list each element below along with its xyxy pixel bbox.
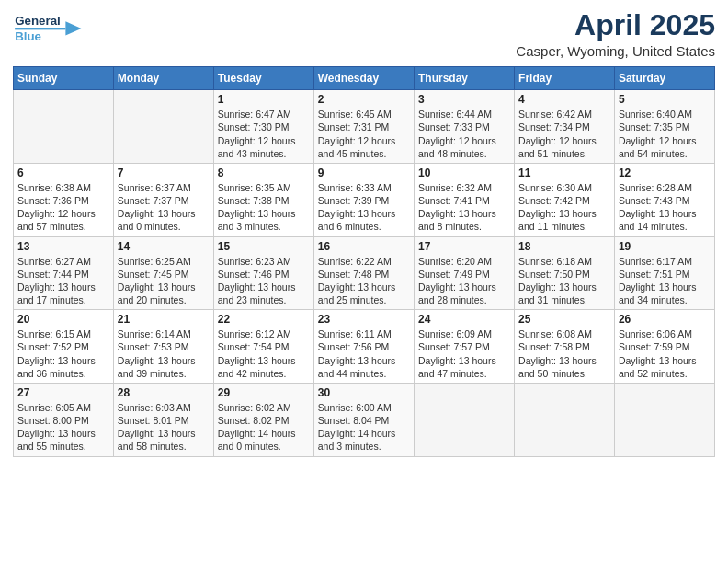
- day-cell: 24Sunrise: 6:09 AM Sunset: 7:57 PM Dayli…: [415, 310, 515, 384]
- day-cell: 13Sunrise: 6:27 AM Sunset: 7:44 PM Dayli…: [14, 236, 114, 310]
- day-cell: [113, 90, 213, 164]
- day-cell: 27Sunrise: 6:05 AM Sunset: 8:00 PM Dayli…: [14, 383, 114, 456]
- day-number: 27: [17, 386, 109, 399]
- day-cell: 20Sunrise: 6:15 AM Sunset: 7:52 PM Dayli…: [14, 310, 114, 384]
- day-info: Sunrise: 6:30 AM Sunset: 7:42 PM Dayligh…: [518, 181, 610, 234]
- day-info: Sunrise: 6:03 AM Sunset: 8:01 PM Dayligh…: [118, 401, 210, 454]
- day-cell: 1Sunrise: 6:47 AM Sunset: 7:30 PM Daylig…: [213, 90, 313, 164]
- day-info: Sunrise: 6:05 AM Sunset: 8:00 PM Dayligh…: [17, 401, 109, 454]
- week-row-5: 27Sunrise: 6:05 AM Sunset: 8:00 PM Dayli…: [14, 383, 715, 456]
- day-info: Sunrise: 6:09 AM Sunset: 7:57 PM Dayligh…: [418, 327, 510, 380]
- month-title: April 2025: [516, 9, 715, 41]
- day-info: Sunrise: 6:45 AM Sunset: 7:31 PM Dayligh…: [318, 108, 410, 160]
- day-info: Sunrise: 6:38 AM Sunset: 7:36 PM Dayligh…: [17, 181, 109, 234]
- day-info: Sunrise: 6:11 AM Sunset: 7:56 PM Dayligh…: [318, 327, 410, 380]
- day-number: 26: [619, 313, 711, 326]
- day-cell: 21Sunrise: 6:14 AM Sunset: 7:53 PM Dayli…: [113, 310, 213, 384]
- day-cell: [415, 383, 515, 456]
- day-info: Sunrise: 6:14 AM Sunset: 7:53 PM Dayligh…: [118, 327, 210, 380]
- day-number: 22: [218, 313, 310, 326]
- day-number: 12: [619, 167, 711, 179]
- day-cell: 3Sunrise: 6:44 AM Sunset: 7:33 PM Daylig…: [415, 90, 515, 164]
- day-cell: 10Sunrise: 6:32 AM Sunset: 7:41 PM Dayli…: [415, 163, 515, 236]
- day-info: Sunrise: 6:35 AM Sunset: 7:38 PM Dayligh…: [218, 181, 310, 234]
- day-number: 23: [318, 313, 410, 326]
- day-number: 9: [318, 167, 410, 179]
- day-number: 17: [418, 240, 510, 253]
- day-info: Sunrise: 6:06 AM Sunset: 7:59 PM Dayligh…: [619, 327, 711, 380]
- day-info: Sunrise: 6:18 AM Sunset: 7:50 PM Dayligh…: [518, 255, 610, 307]
- day-number: 21: [118, 313, 210, 326]
- day-cell: 16Sunrise: 6:22 AM Sunset: 7:48 PM Dayli…: [313, 236, 414, 310]
- day-cell: 14Sunrise: 6:25 AM Sunset: 7:45 PM Dayli…: [113, 236, 213, 310]
- day-cell: 26Sunrise: 6:06 AM Sunset: 7:59 PM Dayli…: [614, 310, 714, 384]
- day-cell: 28Sunrise: 6:03 AM Sunset: 8:01 PM Dayli…: [113, 383, 213, 456]
- day-info: Sunrise: 6:02 AM Sunset: 8:02 PM Dayligh…: [218, 401, 310, 454]
- svg-text:General: General: [15, 14, 61, 28]
- day-info: Sunrise: 6:42 AM Sunset: 7:34 PM Dayligh…: [518, 108, 610, 160]
- day-cell: 4Sunrise: 6:42 AM Sunset: 7:34 PM Daylig…: [515, 90, 615, 164]
- weekday-sunday: Sunday: [14, 67, 114, 90]
- header: General Blue April 2025 Casper, Wyoming,…: [13, 9, 715, 59]
- day-info: Sunrise: 6:28 AM Sunset: 7:43 PM Dayligh…: [619, 181, 711, 234]
- day-cell: 8Sunrise: 6:35 AM Sunset: 7:38 PM Daylig…: [213, 163, 313, 236]
- day-info: Sunrise: 6:25 AM Sunset: 7:45 PM Dayligh…: [118, 255, 210, 307]
- day-cell: 15Sunrise: 6:23 AM Sunset: 7:46 PM Dayli…: [213, 236, 313, 310]
- weekday-header-row: SundayMondayTuesdayWednesdayThursdayFrid…: [14, 67, 715, 90]
- day-cell: 22Sunrise: 6:12 AM Sunset: 7:54 PM Dayli…: [213, 310, 313, 384]
- weekday-saturday: Saturday: [614, 67, 714, 90]
- day-info: Sunrise: 6:15 AM Sunset: 7:52 PM Dayligh…: [17, 327, 109, 380]
- day-cell: 7Sunrise: 6:37 AM Sunset: 7:37 PM Daylig…: [113, 163, 213, 236]
- day-cell: 18Sunrise: 6:18 AM Sunset: 7:50 PM Dayli…: [515, 236, 615, 310]
- day-cell: [14, 90, 114, 164]
- day-cell: 9Sunrise: 6:33 AM Sunset: 7:39 PM Daylig…: [313, 163, 414, 236]
- day-number: 6: [17, 167, 109, 179]
- day-cell: 30Sunrise: 6:00 AM Sunset: 8:04 PM Dayli…: [313, 383, 414, 456]
- day-number: 15: [218, 240, 310, 253]
- day-cell: 19Sunrise: 6:17 AM Sunset: 7:51 PM Dayli…: [614, 236, 714, 310]
- weekday-wednesday: Wednesday: [313, 67, 414, 90]
- day-cell: 6Sunrise: 6:38 AM Sunset: 7:36 PM Daylig…: [14, 163, 114, 236]
- day-number: 25: [518, 313, 610, 326]
- day-number: 28: [118, 386, 210, 399]
- weekday-tuesday: Tuesday: [213, 67, 313, 90]
- week-row-3: 13Sunrise: 6:27 AM Sunset: 7:44 PM Dayli…: [14, 236, 715, 310]
- day-info: Sunrise: 6:08 AM Sunset: 7:58 PM Dayligh…: [518, 327, 610, 380]
- day-info: Sunrise: 6:44 AM Sunset: 7:33 PM Dayligh…: [418, 108, 510, 160]
- day-info: Sunrise: 6:37 AM Sunset: 7:37 PM Dayligh…: [118, 181, 210, 234]
- day-info: Sunrise: 6:40 AM Sunset: 7:35 PM Dayligh…: [619, 108, 711, 160]
- day-number: 11: [518, 167, 610, 179]
- day-number: 19: [619, 240, 711, 253]
- day-info: Sunrise: 6:20 AM Sunset: 7:49 PM Dayligh…: [418, 255, 510, 307]
- day-number: 10: [418, 167, 510, 179]
- day-info: Sunrise: 6:17 AM Sunset: 7:51 PM Dayligh…: [619, 255, 711, 307]
- day-info: Sunrise: 6:12 AM Sunset: 7:54 PM Dayligh…: [218, 327, 310, 380]
- day-number: 18: [518, 240, 610, 253]
- calendar: SundayMondayTuesdayWednesdayThursdayFrid…: [13, 66, 715, 456]
- day-number: 2: [318, 93, 410, 106]
- svg-marker-3: [65, 21, 81, 35]
- weekday-thursday: Thursday: [415, 67, 515, 90]
- day-number: 24: [418, 313, 510, 326]
- day-info: Sunrise: 6:32 AM Sunset: 7:41 PM Dayligh…: [418, 181, 510, 234]
- day-info: Sunrise: 6:33 AM Sunset: 7:39 PM Dayligh…: [318, 181, 410, 234]
- day-cell: 2Sunrise: 6:45 AM Sunset: 7:31 PM Daylig…: [313, 90, 414, 164]
- day-cell: 29Sunrise: 6:02 AM Sunset: 8:02 PM Dayli…: [213, 383, 313, 456]
- week-row-2: 6Sunrise: 6:38 AM Sunset: 7:36 PM Daylig…: [14, 163, 715, 236]
- day-number: 3: [418, 93, 510, 106]
- day-info: Sunrise: 6:27 AM Sunset: 7:44 PM Dayligh…: [17, 255, 109, 307]
- week-row-4: 20Sunrise: 6:15 AM Sunset: 7:52 PM Dayli…: [14, 310, 715, 384]
- day-cell: 23Sunrise: 6:11 AM Sunset: 7:56 PM Dayli…: [313, 310, 414, 384]
- day-number: 16: [318, 240, 410, 253]
- day-info: Sunrise: 6:23 AM Sunset: 7:46 PM Dayligh…: [218, 255, 310, 307]
- day-number: 8: [218, 167, 310, 179]
- logo: General Blue: [13, 9, 96, 50]
- day-number: 4: [518, 93, 610, 106]
- day-cell: [515, 383, 615, 456]
- title-block: April 2025 Casper, Wyoming, United State…: [516, 9, 715, 59]
- weekday-friday: Friday: [515, 67, 615, 90]
- day-number: 7: [118, 167, 210, 179]
- day-cell: 12Sunrise: 6:28 AM Sunset: 7:43 PM Dayli…: [614, 163, 714, 236]
- day-number: 5: [619, 93, 711, 106]
- svg-text:Blue: Blue: [15, 29, 41, 43]
